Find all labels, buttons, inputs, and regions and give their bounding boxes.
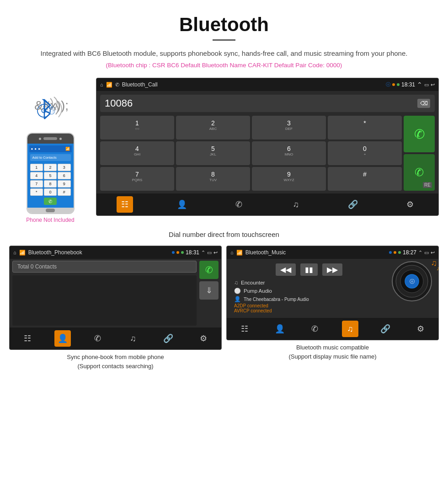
settings-nav-icon[interactable]: ⚙ [412, 321, 429, 337]
window-icon[interactable]: ▭ [207, 250, 212, 256]
window-icon[interactable]: ▭ [424, 82, 429, 88]
backspace-button[interactable]: ⌫ [417, 99, 430, 108]
phone-call-btn[interactable]: ✆ [44, 198, 57, 205]
phone-dot [39, 138, 41, 140]
phone-home-bar [27, 208, 74, 213]
note-icon: ♫ [234, 279, 238, 286]
dial-key-8[interactable]: 8TUV [176, 167, 250, 191]
contacts-search-field[interactable]: Total 0 Contacts [12, 261, 197, 273]
prev-button[interactable]: ◀◀ [276, 263, 296, 276]
dial-input-row: 10086 ⌫ [100, 95, 435, 112]
svg-line-6 [44, 111, 50, 113]
home-icon[interactable]: ⌂ [13, 250, 16, 255]
page-title: Bluetooth [27, 14, 421, 36]
phone-key-4[interactable]: 4 [30, 172, 43, 179]
phone-key-3[interactable]: 3 [58, 164, 70, 171]
svg-line-5 [44, 113, 50, 119]
page-description: Integrated with BC6 Bluetooth module, su… [27, 48, 421, 59]
disc-icon: ⚪ [234, 288, 241, 294]
dialpad-nav-icon[interactable]: ☷ [236, 321, 253, 337]
call-log-nav-icon[interactable]: ✆ [307, 321, 323, 337]
phone-dialpad: 1 2 3 4 5 6 7 8 9 * 0 # [29, 163, 72, 197]
phone-mockup: ●●● 📶 Add to Contacts 1 2 3 4 5 6 7 8 9 … [27, 133, 75, 214]
back-icon[interactable]: ↩ [213, 250, 218, 256]
music-content: ◀◀ ▮▮ ▶▶ ♫ Encounter ⚪ Pump Audio [227, 259, 438, 318]
back-icon[interactable]: ↩ [431, 250, 435, 256]
car-bottom-bar: ☷ 👤 ✆ ♫ 🔗 ⚙ [96, 193, 438, 215]
contacts-nav-icon[interactable]: 👤 [174, 196, 190, 213]
phone-key-1[interactable]: 1 [30, 164, 43, 171]
phone-key-2[interactable]: 2 [44, 164, 57, 171]
home-icon[interactable]: ⌂ [100, 82, 103, 87]
expand-icon[interactable]: ⌃ [417, 81, 422, 88]
dial-number[interactable]: 10086 [105, 97, 133, 109]
music-note-icon: ♫ [431, 258, 437, 268]
music-nav-icon[interactable]: ♫ [342, 321, 358, 337]
phone-icon: ✆ [115, 82, 119, 88]
artist-name: The Cheebacabra - Pump Audio [244, 297, 309, 302]
dial-key-star[interactable]: * [328, 116, 402, 140]
link-nav-icon[interactable]: 🔗 [377, 321, 394, 337]
phone-key-8[interactable]: 8 [44, 180, 57, 188]
redial-button[interactable]: ✆ RE [404, 154, 435, 191]
window-icon[interactable]: ▭ [424, 250, 429, 256]
bt-signal-icon [32, 96, 69, 126]
dial-key-7[interactable]: 7PQRS [100, 167, 174, 191]
phonebook-status-bar: ⌂ 📶 Bluetooth_Phonebook 18:31 ⌃ ▭ ↩ [10, 246, 221, 259]
call-contact-btn[interactable]: ✆ [199, 261, 219, 279]
bt-status-icon: ⦾ [386, 81, 390, 88]
phone-home-button[interactable] [46, 209, 55, 212]
phone-key-9[interactable]: 9 [58, 180, 70, 188]
phonebook-caption-line2: (Support contacts searching) [11, 362, 220, 371]
play-pause-button[interactable]: ▮▮ [300, 263, 318, 276]
expand-icon[interactable]: ⌃ [201, 250, 205, 256]
link-nav-icon[interactable]: 🔗 [160, 330, 176, 347]
bottom-screens: ⌂ 📶 Bluetooth_Phonebook 18:31 ⌃ ▭ ↩ Tota… [0, 246, 448, 372]
dial-key-9[interactable]: 9WXYZ [252, 167, 326, 191]
contacts-nav-icon[interactable]: 👤 [272, 321, 288, 337]
settings-nav-icon[interactable]: ⚙ [195, 330, 212, 347]
page-specs: (Bluetooth chip : CSR BC6 Default Blueto… [27, 62, 421, 69]
music-nav-icon[interactable]: ♫ [125, 330, 141, 347]
settings-nav-icon[interactable]: ⚙ [402, 196, 418, 213]
dial-key-5[interactable]: 5JKL [176, 141, 250, 165]
dialpad-nav-icon[interactable]: ☷ [117, 196, 133, 213]
expand-icon[interactable]: ⌃ [418, 250, 422, 256]
car-dial-screen: ⌂ 📶 ✆ Bluetooth_Call ⦾ 18:31 ⌃ ▭ ↩ 10086… [96, 78, 439, 216]
next-button[interactable]: ▶▶ [322, 263, 342, 276]
music-note-2-icon: ♪ [437, 265, 439, 272]
call-log-nav-icon[interactable]: ✆ [90, 330, 106, 347]
dial-key-6[interactable]: 6MNO [252, 141, 326, 165]
phonebook-app-title: Bluetooth_Phonebook [28, 249, 169, 256]
track-name: Encounter [241, 280, 265, 285]
dial-key-3[interactable]: 3DEF [252, 116, 326, 140]
link-nav-icon[interactable]: 🔗 [345, 196, 361, 213]
dial-key-hash[interactable]: # [328, 167, 402, 191]
phone-key-star[interactable]: * [30, 188, 43, 196]
dial-key-4[interactable]: 4GHI [100, 141, 174, 165]
phone-key-5[interactable]: 5 [44, 172, 57, 179]
phone-key-6[interactable]: 6 [58, 172, 70, 179]
dialpad-nav-icon[interactable]: ☷ [19, 330, 36, 347]
phone-key-7[interactable]: 7 [30, 180, 43, 188]
phone-top-bar [27, 134, 74, 144]
music-info: ♫ Encounter ⚪ Pump Audio 👤 The Cheebacab… [230, 279, 388, 315]
music-caption-line1: Bluetooth music compatible [228, 343, 437, 352]
music-disc-wrap: ⦾ ♫ ♪ [391, 261, 435, 304]
avrcp-connected: AVRCP connected [234, 308, 384, 313]
contacts-nav-icon[interactable]: 👤 [54, 330, 71, 347]
call-log-nav-icon[interactable]: ✆ [231, 196, 247, 213]
back-icon[interactable]: ↩ [431, 82, 435, 88]
track-name-row: ♫ Encounter [234, 279, 384, 287]
dialpad-grid: 1○○ 2ABC 3DEF * 4GHI 5JKL 6MNO 0+ 7PQRS … [100, 116, 402, 191]
dial-key-2[interactable]: 2ABC [176, 116, 250, 140]
dial-key-1[interactable]: 1○○ [100, 116, 174, 140]
phone-key-hash[interactable]: # [58, 188, 70, 196]
music-nav-icon[interactable]: ♫ [288, 196, 304, 213]
phone-key-0[interactable]: 0 [44, 188, 57, 196]
download-contacts-btn[interactable]: ⇓ [199, 281, 219, 300]
call-button[interactable]: ✆ [404, 116, 435, 152]
dial-key-0[interactable]: 0+ [328, 141, 402, 165]
home-icon[interactable]: ⌂ [230, 250, 234, 255]
phone-add-contacts-btn[interactable]: Add to Contacts [30, 154, 71, 161]
